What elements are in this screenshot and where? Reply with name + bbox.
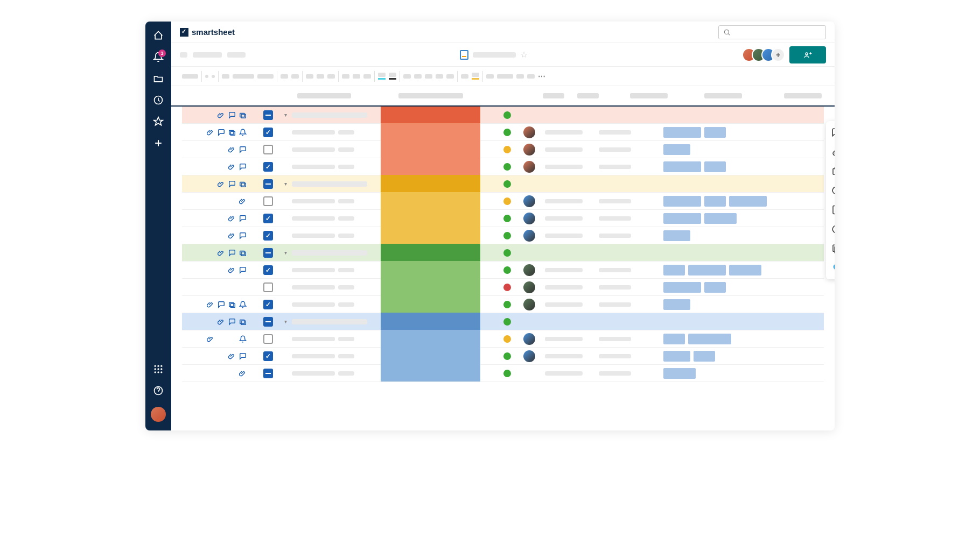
table-row[interactable]: ✓: [182, 296, 824, 313]
text-color-button[interactable]: [389, 73, 396, 80]
checkbox[interactable]: ✓: [263, 300, 273, 309]
collapse-icon[interactable]: ▾: [284, 250, 292, 256]
tag-pill[interactable]: [663, 230, 690, 241]
tag-pill[interactable]: [704, 196, 726, 207]
primary-text-cell[interactable]: [292, 199, 381, 203]
primary-text-cell[interactable]: [292, 147, 381, 152]
tag-pill[interactable]: [704, 282, 726, 293]
status-color-cell[interactable]: [381, 158, 480, 175]
attach-icon[interactable]: [207, 335, 214, 343]
text-cell[interactable]: [599, 234, 658, 238]
search-input[interactable]: [718, 25, 826, 39]
attach-icon[interactable]: [218, 111, 225, 119]
highlight-button[interactable]: [472, 73, 479, 80]
table-row[interactable]: [182, 193, 824, 210]
status-color-cell[interactable]: [381, 295, 480, 313]
breadcrumb-item[interactable]: [180, 52, 187, 58]
text-cell[interactable]: [599, 354, 658, 358]
checkbox[interactable]: ✓: [263, 214, 273, 223]
toolbar-button[interactable]: [342, 74, 349, 79]
comment-icon[interactable]: [218, 129, 225, 136]
toolbar-button[interactable]: [205, 75, 208, 78]
column-header[interactable]: [543, 93, 564, 98]
proof-icon[interactable]: [228, 129, 236, 136]
text-cell[interactable]: [599, 337, 658, 341]
text-cell[interactable]: [545, 147, 599, 152]
toolbar-button[interactable]: [425, 74, 432, 79]
primary-text-cell[interactable]: [292, 285, 381, 289]
primary-text-cell[interactable]: [292, 268, 381, 272]
primary-text-cell[interactable]: [292, 250, 381, 256]
checkbox[interactable]: [263, 179, 273, 189]
toolbar-button[interactable]: [353, 74, 360, 79]
account-avatar[interactable]: [151, 407, 166, 422]
primary-text-cell[interactable]: [292, 130, 381, 135]
toolbar-button[interactable]: [516, 74, 524, 79]
table-row[interactable]: [182, 141, 824, 158]
proofs-icon[interactable]: [831, 166, 835, 176]
status-color-cell[interactable]: [381, 175, 480, 192]
primary-text-cell[interactable]: [292, 234, 381, 238]
reminder-icon[interactable]: [239, 301, 247, 308]
toolbar-button[interactable]: [461, 74, 468, 79]
status-color-cell[interactable]: [381, 123, 480, 140]
checkbox[interactable]: ✓: [263, 265, 273, 275]
attach-icon[interactable]: [228, 266, 236, 274]
checkbox[interactable]: [263, 369, 273, 378]
status-color-cell[interactable]: [381, 347, 480, 364]
recents-icon[interactable]: [153, 95, 164, 105]
status-color-cell[interactable]: [381, 278, 480, 295]
assignee-avatar[interactable]: [523, 230, 535, 242]
add-icon[interactable]: [153, 138, 164, 149]
attachments-icon[interactable]: [831, 147, 835, 157]
column-header[interactable]: [630, 93, 668, 98]
comment-icon[interactable]: [239, 232, 247, 239]
reminder-icon[interactable]: [239, 129, 247, 136]
collapse-icon[interactable]: ▾: [284, 319, 292, 324]
toolbar-button[interactable]: [212, 75, 215, 78]
column-header[interactable]: [704, 93, 742, 98]
proof-icon[interactable]: [228, 301, 236, 308]
tag-pill[interactable]: [663, 282, 701, 293]
status-color-cell[interactable]: [381, 330, 480, 347]
attach-icon[interactable]: [218, 249, 225, 257]
table-row[interactable]: ✓: [182, 262, 824, 279]
status-color-cell[interactable]: [381, 192, 480, 209]
toolbar-button[interactable]: [291, 74, 299, 79]
comment-icon[interactable]: [228, 249, 236, 257]
comment-icon[interactable]: [218, 301, 225, 308]
toolbar-button[interactable]: [233, 74, 254, 79]
launcher-icon[interactable]: [153, 364, 164, 375]
toolbar-button[interactable]: [403, 74, 411, 79]
checkbox[interactable]: ✓: [263, 351, 273, 361]
tag-pill[interactable]: [663, 265, 685, 276]
status-color-cell[interactable]: [381, 313, 480, 330]
status-color-cell[interactable]: [381, 209, 480, 227]
attach-icon[interactable]: [207, 301, 214, 308]
notifications-icon[interactable]: 3: [153, 52, 164, 62]
attach-icon[interactable]: [228, 163, 236, 171]
browse-icon[interactable]: [153, 73, 164, 84]
text-cell[interactable]: [599, 285, 658, 289]
tag-pill[interactable]: [663, 127, 701, 138]
proof-icon[interactable]: [239, 111, 247, 119]
text-cell[interactable]: [545, 354, 599, 358]
sheet-grid[interactable]: ▾✓✓▾✓✓▾✓✓▾✓: [171, 105, 835, 430]
attach-icon[interactable]: [228, 215, 236, 222]
checkbox[interactable]: ✓: [263, 162, 273, 172]
tag-pill[interactable]: [663, 196, 701, 207]
tag-pill[interactable]: [688, 334, 731, 344]
home-icon[interactable]: [153, 30, 164, 41]
help-icon[interactable]: [153, 385, 164, 396]
collapse-icon[interactable]: ▾: [284, 181, 292, 187]
text-cell[interactable]: [545, 234, 599, 238]
text-cell[interactable]: [545, 371, 599, 376]
assignee-avatar[interactable]: [523, 333, 535, 345]
table-row[interactable]: ▾: [182, 107, 824, 124]
attach-icon[interactable]: [239, 197, 247, 205]
checkbox[interactable]: [263, 110, 273, 120]
checkbox[interactable]: ✓: [263, 231, 273, 241]
text-cell[interactable]: [545, 216, 599, 221]
publish-icon[interactable]: [831, 205, 835, 215]
collapse-icon[interactable]: ▾: [284, 112, 292, 118]
